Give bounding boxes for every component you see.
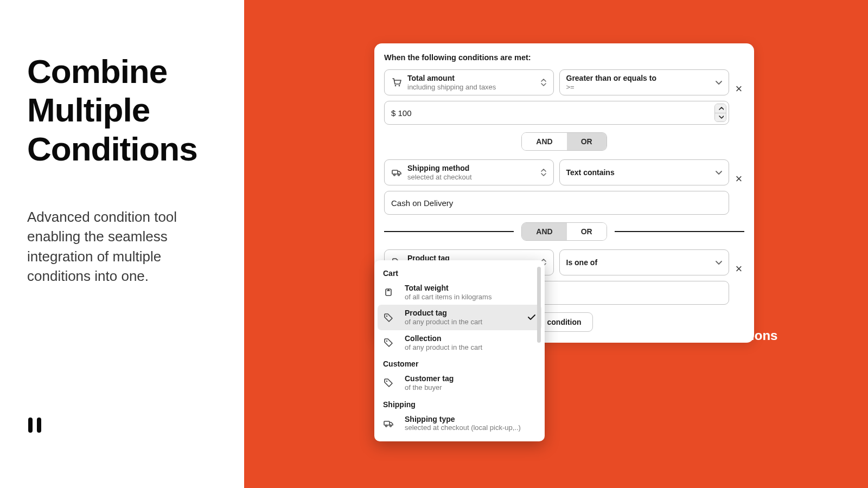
item-title: Product tag xyxy=(405,309,482,318)
item-title: Customer tag xyxy=(405,374,454,383)
tag-icon xyxy=(383,337,394,348)
operator-select-gte[interactable]: Greater than or equals to >= xyxy=(559,69,730,95)
stepper-down[interactable] xyxy=(715,113,726,122)
chevron-down-icon xyxy=(713,257,722,268)
item-title: Shipping type xyxy=(405,415,521,424)
operator-title: Is one of xyxy=(566,258,598,267)
joiner-2: AND OR xyxy=(384,222,744,241)
field-dropdown-popover: Cart Total weight of all cart items in k… xyxy=(374,260,545,441)
currency-prefix: $ xyxy=(391,108,395,118)
value-input-text[interactable]: Cash on Delivery xyxy=(384,191,729,215)
item-title: Total weight xyxy=(405,284,492,293)
popover-scrollbar[interactable] xyxy=(537,267,541,343)
remove-condition-button[interactable]: × xyxy=(732,166,745,192)
remove-condition-button[interactable]: × xyxy=(732,76,745,102)
popover-item-collection[interactable]: Collection of any product in the cart xyxy=(378,330,541,355)
operator-title: Text contains xyxy=(566,168,615,177)
card-heading: When the following conditions are met: xyxy=(384,53,744,62)
headline: Combine Multiple Conditions xyxy=(27,52,217,168)
joiner-and-button[interactable]: AND xyxy=(522,223,566,240)
tag-icon xyxy=(383,377,394,388)
joiner-and-button[interactable]: AND xyxy=(522,133,566,150)
popover-item-shipping-type[interactable]: Shipping type selected at checkout (loca… xyxy=(378,411,541,436)
condition-block-1: Total amount including shipping and taxe… xyxy=(384,69,744,125)
field-select-shipping-method[interactable]: Shipping method selected at checkout xyxy=(384,159,554,185)
field-title: Shipping method xyxy=(407,164,472,173)
operator-select-contains[interactable]: Text contains xyxy=(559,159,730,185)
brand-logo xyxy=(27,415,42,434)
field-subtitle: selected at checkout xyxy=(407,173,472,182)
svg-rect-8 xyxy=(37,418,41,433)
more-conditions-note: ...and 20+ more conditions xyxy=(613,328,777,343)
svg-rect-7 xyxy=(28,418,33,433)
item-subtitle: of any product in the cart xyxy=(405,343,482,352)
operator-select-one-of[interactable]: Is one of xyxy=(559,249,730,275)
item-title: Collection xyxy=(405,334,482,343)
chevron-down-icon xyxy=(713,77,722,88)
value-text: 100 xyxy=(398,108,412,118)
field-select-total-amount[interactable]: Total amount including shipping and taxe… xyxy=(384,69,554,95)
value-text: Cash on Delivery xyxy=(391,198,453,208)
item-subtitle: of the buyer xyxy=(405,383,454,392)
sort-icon xyxy=(538,167,547,178)
tag-icon xyxy=(383,312,394,323)
scale-icon xyxy=(383,287,394,298)
sort-icon xyxy=(538,77,547,88)
cart-icon xyxy=(391,77,402,88)
operator-title: Greater than or equals to xyxy=(566,74,656,83)
field-title: Total amount xyxy=(407,74,496,83)
remove-condition-button[interactable]: × xyxy=(732,256,745,282)
chevron-down-icon xyxy=(713,167,722,178)
stepper-up[interactable] xyxy=(715,104,726,113)
truck-icon xyxy=(383,418,394,429)
truck-icon xyxy=(391,167,402,178)
popover-group-customer: Customer xyxy=(378,355,541,370)
popover-item-total-weight[interactable]: Total weight of all cart items in kilogr… xyxy=(378,280,541,305)
number-stepper xyxy=(714,104,726,122)
joiner-or-button[interactable]: OR xyxy=(567,223,607,240)
value-input-amount[interactable]: $ 100 xyxy=(384,101,729,125)
condition-block-2: Shipping method selected at checkout Tex… xyxy=(384,159,744,215)
field-subtitle: including shipping and taxes xyxy=(407,83,496,92)
joiner-1: AND OR xyxy=(384,132,744,151)
item-subtitle: selected at checkout (local pick-up,..) xyxy=(405,423,521,432)
operator-subtitle: >= xyxy=(566,83,656,92)
item-subtitle: of any product in the cart xyxy=(405,318,482,326)
popover-item-customer-tag[interactable]: Customer tag of the buyer xyxy=(378,370,541,395)
popover-group-shipping: Shipping xyxy=(378,396,541,411)
popover-item-product-tag[interactable]: Product tag of any product in the cart xyxy=(378,305,541,330)
popover-group-cart: Cart xyxy=(378,265,541,280)
joiner-or-button[interactable]: OR xyxy=(567,133,607,150)
item-subtitle: of all cart items in kilograms xyxy=(405,293,492,301)
subtitle: Advanced condition tool enabling the sea… xyxy=(27,207,217,286)
check-icon xyxy=(526,312,536,324)
